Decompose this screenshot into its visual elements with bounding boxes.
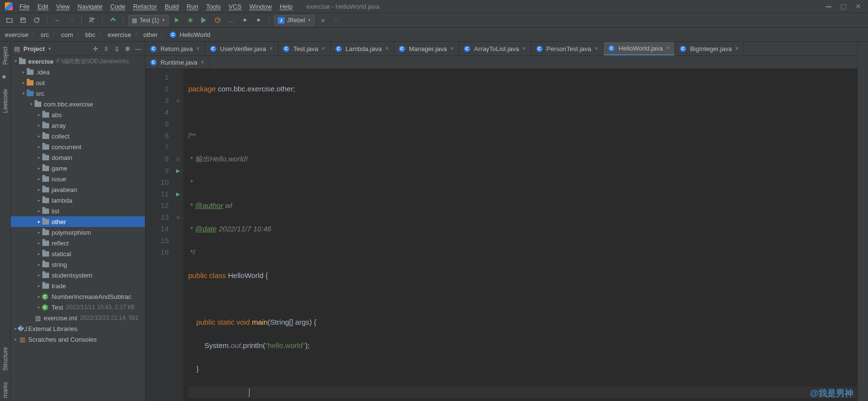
tree-folder-array[interactable]: ▸array [11,120,145,131]
fold-icon[interactable]: ⊖ [176,157,180,162]
attach-icon[interactable]: … [226,15,237,26]
crumb-3[interactable]: bbc [85,31,95,38]
tree-folder-string[interactable]: ▸string [11,259,145,270]
menu-edit[interactable]: Edit [34,1,52,12]
close-tab-icon[interactable]: × [321,45,325,52]
reload-icon[interactable] [31,15,42,26]
run-icon[interactable] [172,15,182,26]
line-number-gutter[interactable]: 12345678910111213141516 [145,69,173,401]
close-tab-icon[interactable]: × [385,45,389,52]
collapse-all-icon[interactable]: ⇫ [113,45,121,52]
open-file-icon[interactable] [4,15,15,26]
menu-help[interactable]: Help [276,1,297,12]
close-tab-icon[interactable]: × [269,45,273,52]
menu-window[interactable]: Window [246,1,276,12]
window-maximize-icon[interactable]: ▢ [840,2,847,10]
crumb-5[interactable]: other [143,31,158,38]
editor-tab[interactable]: CArrayToList.java× [459,42,531,55]
debug-icon[interactable] [185,15,196,26]
tree-node[interactable]: ▾com.bbc.exercise [11,99,145,109]
editor-tab[interactable]: CPersonTest.java× [531,42,604,55]
tree-folder-studentsystem[interactable]: ▸studentsystem [11,270,145,280]
menu-refactor[interactable]: Refactor [129,1,161,12]
forward-icon[interactable]: → [66,15,76,26]
project-view-icon[interactable]: ▤ [14,45,20,52]
coverage-icon[interactable] [199,15,210,26]
back-icon[interactable]: ← [52,15,63,26]
tree-folder-collect[interactable]: ▸collect [11,131,145,141]
menu-vcs[interactable]: VCS [225,1,246,12]
fold-icon[interactable]: ⊖ [176,98,180,104]
close-tab-icon[interactable]: × [595,45,598,52]
jrebel-rocket-icon[interactable]: ✦ [253,15,264,26]
jrebel-selector[interactable]: J JRebel ▼ [274,15,315,26]
tree-folder-abs[interactable]: ▸abs [11,109,145,120]
gutter-run-icon[interactable]: ▶ [176,191,180,197]
rail-project-tab[interactable]: Project [2,44,9,68]
settings-cog-icon[interactable]: ✻ [124,45,131,52]
editor-tab[interactable]: CManager.java× [394,42,459,55]
crumb-0[interactable]: exercise [5,31,28,38]
tree-folder-list[interactable]: ▸list [11,206,145,216]
stop-2-icon[interactable]: □ [331,15,342,26]
locate-icon[interactable]: ✛ [91,45,99,52]
tree-folder-domain[interactable]: ▸domain [11,152,145,163]
tree-node[interactable]: ▸out [11,77,145,88]
tree-node[interactable]: ▾src [11,88,145,99]
close-tab-icon[interactable]: × [450,45,454,52]
editor-tab[interactable]: CHelloWorld.java× [603,42,675,55]
tree-folder-lambda[interactable]: ▸lambda [11,195,145,206]
tree-folder-other[interactable]: ▸other [11,216,145,227]
build-icon[interactable] [107,15,118,26]
save-all-icon[interactable] [18,15,28,26]
tree-external-libs[interactable]: ▸�⅃External Libraries [11,323,145,334]
project-tree[interactable]: ▾exerciseF:\编程数据\IDE\Java\works▸.idea▸ou… [11,56,145,401]
close-tab-icon[interactable]: × [523,45,526,52]
menu-navigate[interactable]: Navigate [73,1,106,12]
crumb-2[interactable]: com [61,31,73,38]
tree-root[interactable]: ▾exerciseF:\编程数据\IDE\Java\works [11,56,145,67]
window-minimize-icon[interactable] [826,2,832,10]
tree-folder-game[interactable]: ▸game [11,163,145,174]
jrebel-magic-icon[interactable]: ✦ [240,15,250,26]
menu-code[interactable]: Code [106,1,129,12]
tree-node[interactable]: ▥exercise.iml2022/10/23 21:14, 561 [11,313,145,323]
tree-folder-statical[interactable]: ▸statical [11,248,145,259]
menu-file[interactable]: File [16,1,34,12]
window-close-icon[interactable]: ✕ [855,2,861,10]
editor-tab[interactable]: CBigInteger.java× [675,42,744,55]
tree-folder-polymorphism[interactable]: ▸polymorphism [11,227,145,238]
tree-folder-issue[interactable]: ▸issue [11,174,145,184]
tree-scratches[interactable]: ▸▥Scratches and Consoles [11,334,145,345]
menu-tools[interactable]: Tools [202,1,225,12]
tree-folder-reflect[interactable]: ▸reflect [11,238,145,248]
tree-class[interactable]: ▸CNumberIncreaseAndSubtrac [11,291,145,302]
menu-build[interactable]: Build [161,1,183,12]
menu-run[interactable]: Run [183,1,202,12]
rail-marks-tab[interactable]: marks [2,379,9,401]
editor-tab[interactable]: CUserVerifier.java× [205,42,279,55]
expand-all-icon[interactable]: ⇳ [102,45,110,52]
editor-tab[interactable]: CLambda.java× [331,42,394,55]
close-tab-icon[interactable]: × [196,45,199,52]
close-tab-icon[interactable]: × [666,45,670,52]
crumb-6[interactable]: HelloWorld [179,31,210,38]
editor-tab[interactable]: CReturn.java× [145,42,205,55]
code-area[interactable]: package com.bbc.exercise.other; /** * 输出… [183,69,857,401]
add-config-icon[interactable] [87,15,97,26]
editor-tab[interactable]: CRuntime.java× [145,56,210,69]
stop-icon[interactable]: ■ [318,15,328,26]
tree-node[interactable]: ▸.idea [11,67,145,77]
tree-folder-trade[interactable]: ▸trade [11,280,145,291]
fold-icon[interactable]: ⊖ [176,215,180,220]
close-tab-icon[interactable]: × [201,59,204,66]
project-panel-title[interactable]: Project [23,45,45,52]
rail-structure-tab[interactable]: Structure [2,344,9,374]
menu-view[interactable]: View [52,1,73,12]
editor-tab[interactable]: CTest.java× [278,42,330,55]
tree-folder-javabean[interactable]: ▸javabean [11,184,145,195]
run-config-selector[interactable]: ▦ Test (1) ▼ [128,15,169,26]
rail-leetcode-tab[interactable]: Leetcode [2,86,9,116]
profile-icon[interactable] [213,15,223,26]
gutter-run-icon[interactable]: ▶ [176,168,180,174]
